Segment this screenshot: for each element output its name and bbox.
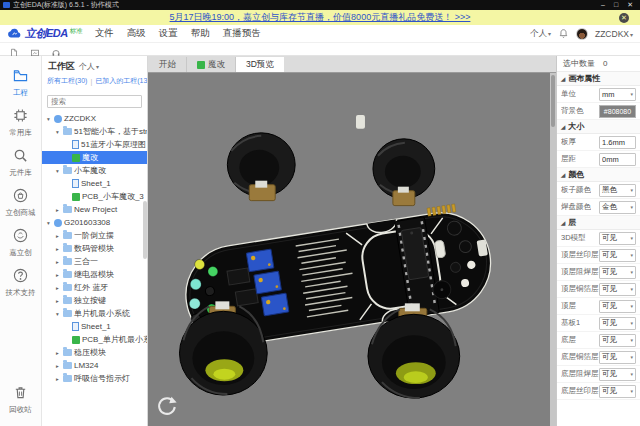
tree-item[interactable]: Sheet_1 — [42, 320, 147, 333]
tab-3D预览[interactable]: 3D预览 — [236, 57, 284, 72]
sidebar-item-技术支持[interactable]: 技术支持 — [0, 263, 41, 303]
avatar[interactable] — [576, 28, 588, 40]
property-label: 单位 — [561, 89, 576, 99]
close-button[interactable]: ✕ — [627, 0, 633, 10]
rotate-view-icon[interactable] — [154, 395, 178, 419]
user-menu[interactable]: ZZCDKX▾ — [595, 29, 633, 39]
tree-item[interactable]: 51蓝牙小车原理图 — [42, 138, 147, 151]
sidebar-item-回收站[interactable]: 回收站 — [0, 380, 41, 420]
tree-item[interactable]: 魔改 — [42, 151, 147, 164]
底层丝印层-select[interactable]: 可见▾ — [599, 385, 636, 398]
单位-select[interactable]: mm▾ — [599, 88, 636, 101]
tree-item[interactable]: ▸三合一 — [42, 255, 147, 268]
notification-bell-icon[interactable] — [558, 28, 569, 39]
headset-icon[interactable] — [51, 44, 61, 54]
tab-all-projects[interactable]: 所有工程(30) — [47, 76, 87, 86]
workspace-switcher[interactable]: 个人▾ — [530, 28, 551, 40]
tree-item[interactable]: ▸独立按键 — [42, 294, 147, 307]
sidebar-item-工程[interactable]: 工程 — [0, 63, 41, 103]
底层阻焊层-select[interactable]: 可见▾ — [599, 368, 636, 381]
tree-expand-icon[interactable]: ▸ — [54, 298, 61, 304]
tab-魔改[interactable]: 魔改 — [187, 57, 236, 72]
顶层-select[interactable]: 可见▾ — [599, 300, 636, 313]
tree-item[interactable]: ▸一阶倒立摆 — [42, 229, 147, 242]
menu-item-帮助[interactable]: 帮助 — [191, 27, 210, 40]
顶层铜箔层-select[interactable]: 可见▾ — [599, 283, 636, 296]
menu-item-直播预告[interactable]: 直播预告 — [223, 27, 261, 40]
property-label: 顶层阻焊层 — [561, 267, 599, 277]
promo-banner-link[interactable]: 5月17日晚19:00，嘉立创与库存节直播，价值8000元直播礼品免费送！ >>… — [170, 11, 471, 24]
tree-expand-icon[interactable]: ▸ — [54, 285, 61, 291]
tree-expand-icon[interactable]: ▸ — [54, 207, 61, 213]
maximize-button[interactable]: □ — [614, 0, 618, 10]
tree-item[interactable]: ▾小车魔改 — [42, 164, 147, 177]
tree-scrollbar[interactable] — [143, 201, 147, 259]
tree-expand-icon[interactable]: ▾ — [45, 116, 52, 122]
tree-expand-icon[interactable]: ▸ — [54, 272, 61, 278]
sidebar-item-嘉立创[interactable]: 嘉立创 — [0, 223, 41, 263]
tree-item[interactable]: PCB_小车魔改_3 — [42, 190, 147, 203]
层距-input[interactable] — [599, 153, 636, 166]
tree-item[interactable]: ▸New Project — [42, 203, 147, 216]
板子颜色-select[interactable]: 黑色▾ — [599, 184, 636, 197]
tree-item[interactable]: ▸LM324 — [42, 359, 147, 372]
tab-开始[interactable]: 开始 — [149, 57, 187, 72]
lceda-logo[interactable]: 立创EDA 标准 — [7, 26, 83, 41]
3D模型-select[interactable]: 可见▾ — [599, 232, 636, 245]
chevron-down-icon: ▾ — [630, 235, 633, 241]
frame-icon[interactable] — [30, 44, 40, 54]
section-header-大小[interactable]: ◢大小 — [557, 120, 640, 134]
tree-item[interactable]: ▸继电器模块 — [42, 268, 147, 281]
tree-expand-icon[interactable]: ▾ — [54, 168, 61, 174]
tree-expand-icon[interactable]: ▸ — [54, 376, 61, 382]
tree-expand-icon[interactable]: ▸ — [54, 259, 61, 265]
tree-expand-icon[interactable]: ▸ — [54, 233, 61, 239]
tree-expand-icon[interactable]: ▾ — [54, 129, 61, 135]
sidebar-item-元件库[interactable]: 元件库 — [0, 143, 41, 183]
tree-item[interactable]: ▾单片机最小系统 — [42, 307, 147, 320]
基板1-select[interactable]: 可见▾ — [599, 317, 636, 330]
banner-close-icon[interactable]: ✕ — [619, 13, 629, 23]
tree-item[interactable]: ▸红外 蓝牙 — [42, 281, 147, 294]
workspace-scope-select[interactable]: 个人▾ — [79, 61, 99, 72]
tree-expand-icon[interactable]: ▸ — [54, 363, 61, 369]
焊盘颜色-select[interactable]: 金色▾ — [599, 201, 636, 214]
menu-item-文件[interactable]: 文件 — [95, 27, 114, 40]
menu-item-设置[interactable]: 设置 — [159, 27, 178, 40]
tree-item-label: 三合一 — [74, 256, 98, 267]
section-header-层[interactable]: ◢层 — [557, 216, 640, 230]
minimize-button[interactable]: – — [601, 0, 605, 10]
tree-item[interactable]: ▾ZZCDKX — [42, 112, 147, 125]
sidebar-item-常用库[interactable]: 常用库 — [0, 103, 41, 143]
板厚-input[interactable] — [599, 136, 636, 149]
section-header-画布属性[interactable]: ◢画布属性 — [557, 72, 640, 86]
tree-item[interactable]: PCB_单片机最小系统 — [42, 333, 147, 346]
tree-item[interactable]: ▸稳压模块 — [42, 346, 147, 359]
顶层丝印层-select[interactable]: 可见▾ — [599, 249, 636, 262]
tree-expand-icon[interactable]: ▸ — [54, 246, 61, 252]
tree-expand-icon[interactable]: ▾ — [54, 311, 61, 317]
tree-expand-icon[interactable]: ▸ — [54, 350, 61, 356]
tree-item[interactable]: ▾G201603308 — [42, 216, 147, 229]
3d-preview-canvas[interactable] — [148, 72, 556, 426]
背景色-swatch[interactable]: #808080 — [599, 105, 636, 118]
divider: | — [90, 78, 92, 85]
tree-item[interactable]: ▸呼吸信号指示灯 — [42, 372, 147, 385]
file-icon[interactable] — [9, 44, 19, 54]
canvas-scrollbar-thumb[interactable] — [551, 75, 555, 127]
tree-item-label: PCB_单片机最小系统 — [82, 334, 147, 345]
tree-item[interactable]: ▾51智能小车，基于stm32 — [42, 125, 147, 138]
tab-joined-projects[interactable]: 已加入的工程(13) — [95, 76, 147, 86]
tree-expand-icon[interactable]: ▾ — [45, 220, 52, 226]
顶层阻焊层-select[interactable]: 可见▾ — [599, 266, 636, 279]
sidebar-item-立创商城[interactable]: 立创商城 — [0, 183, 41, 223]
底层-select[interactable]: 可见▾ — [599, 334, 636, 347]
property-row: 顶层铜箔层可见▾ — [557, 281, 640, 298]
section-header-颜色[interactable]: ◢颜色 — [557, 168, 640, 182]
tree-item[interactable]: Sheet_1 — [42, 177, 147, 190]
底层铜箔层-select[interactable]: 可见▾ — [599, 351, 636, 364]
left-icon-rail: 工程常用库元件库立创商城嘉立创技术支持回收站 — [0, 56, 42, 426]
search-input[interactable] — [47, 95, 142, 108]
tree-item[interactable]: ▸数码管模块 — [42, 242, 147, 255]
menu-item-高级[interactable]: 高级 — [127, 27, 146, 40]
